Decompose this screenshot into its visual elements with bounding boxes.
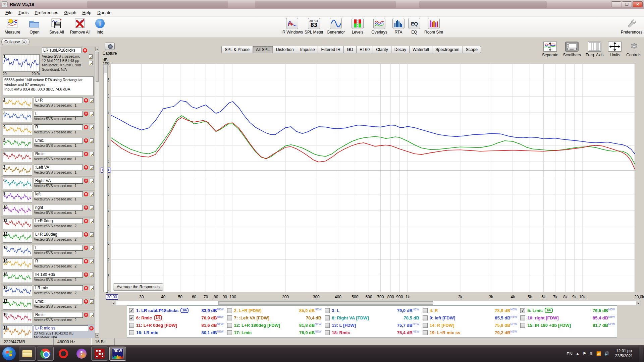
delete-measurement-icon[interactable]: ✕ [84,299,88,304]
preferences-button[interactable]: Preferences [621,18,642,35]
info-button[interactable]: i Info [93,18,107,35]
measurement-row-1[interactable]: 12020,0kLR subLP18clicks✕VecteurSVS cros… [1,47,95,96]
legend-trace-name[interactable]: 10: right [FDW] [527,315,558,320]
measurement-row-19[interactable]: 19L+R mic ss✕23 Μαϊ 2021 10:42:02 πμMic/… [1,324,95,338]
delete-measurement-icon[interactable]: ✕ [89,326,94,330]
edit-trace-icon[interactable] [90,152,94,156]
legend-trace-name[interactable]: 19: L+R mic ss [430,330,460,335]
tray-expand-icon[interactable]: ▲ [576,351,580,356]
measurement-name-field[interactable]: R [34,124,83,130]
document-tray-icon[interactable]: 🗏 [589,351,593,356]
measurement-row-10[interactable]: 10right✕VecteurSVS crossed.mc1 [1,204,95,217]
scroll-right-icon[interactable]: ► [636,301,641,305]
scroll-down-icon[interactable]: ▼ [95,333,99,338]
menu-donate[interactable]: Donate [95,9,114,16]
edit-trace-icon[interactable] [90,232,94,237]
measurement-row-7[interactable]: 7:Left VA✕VecteurSVS crossed.mc1 [1,164,95,177]
measurement-row-17[interactable]: 17Lmic✕VecteurSVS crossed.mc2 [1,298,95,311]
ir-windows-button[interactable]: IR Windows [282,18,303,35]
trace-visibility-checkbox[interactable]: ✓ [129,308,134,313]
explorer-taskbar-button[interactable] [19,347,36,361]
trace-visibility-checkbox[interactable] [129,323,134,328]
trace-visibility-checkbox[interactable] [423,308,428,313]
delete-measurement-icon[interactable]: ✕ [84,112,88,116]
trace-visibility-checkbox[interactable] [325,315,330,320]
delete-measurement-icon[interactable]: ✕ [84,259,88,263]
delete-measurement-icon[interactable]: ✕ [84,273,88,277]
freq-axis-button[interactable]: Freq. Axis [586,42,603,57]
measurement-name-field[interactable]: Lmic [34,299,83,304]
menu-graph[interactable]: Graph [61,9,79,16]
trace-visibility-checkbox[interactable] [227,330,232,335]
edit-trace-icon[interactable] [90,299,94,304]
measurement-name-field[interactable]: L+R [34,98,83,103]
measurement-row-11[interactable]: 11L+R 0deg✕VecteurSVS crossed.mc2 [1,217,95,230]
delete-measurement-icon[interactable]: ✕ [84,98,88,103]
legend-trace-name[interactable]: 17: Lmic [234,330,252,335]
menu-file[interactable]: File [3,9,15,16]
save-all-button[interactable]: Save All [46,18,67,35]
legend-trace-name[interactable]: 16: LR mic [136,330,158,335]
opera-taskbar-button[interactable] [55,347,72,361]
delete-measurement-icon[interactable]: ✕ [84,286,88,290]
tab-impulse[interactable]: Impulse [297,46,318,53]
tab-clarity[interactable]: Clarity [373,46,391,53]
edit-trace-icon[interactable] [90,286,94,290]
measurement-name-field[interactable]: Rmic [34,312,83,318]
tab-all-spl[interactable]: All SPL [253,46,273,53]
measurement-row-12[interactable]: 12L+R 180deg✕VecteurSVS crossed.mc2 [1,231,95,244]
rta-button[interactable]: RTA [391,18,406,35]
sidebar-scroll-thumb[interactable] [96,52,99,82]
trace-visibility-checkbox[interactable] [227,308,232,313]
measurement-row-16[interactable]: 16LR mic✕VecteurSVS crossed.mc2 [1,284,95,297]
measurement-name-field[interactable]: Lmic [34,138,83,143]
measurement-name-field[interactable]: L+R mic ss [34,325,88,331]
scroll-up-icon[interactable]: ▲ [95,47,99,51]
capture-button[interactable]: Capture [101,43,119,56]
measurement-notes[interactable]: 65536-point 1/48 octave RTA using Rectan… [3,76,94,96]
delete-measurement-icon[interactable]: ✕ [83,48,87,53]
smoothing-badge[interactable]: 1/6 [180,308,189,313]
tab-scope[interactable]: Scope [463,46,481,53]
tab-filtered-ir[interactable]: Filtered IR [318,46,343,53]
average-responses-button[interactable]: Average the Responses [113,283,163,291]
edit-notes-icon[interactable] [89,54,93,59]
trace-visibility-checkbox[interactable] [520,315,525,320]
tab-rt60[interactable]: RT60 [356,46,373,53]
edit-trace-icon[interactable] [90,98,94,103]
trace-visibility-checkbox[interactable] [325,330,330,335]
trace-visibility-checkbox[interactable] [129,330,134,335]
edit-trace-icon[interactable] [90,138,94,143]
measurement-row-5[interactable]: 5Lmic✕VecteurSVS crossed.mc1 [1,137,95,150]
scroll-left-icon[interactable]: ◄ [111,301,116,305]
minimize-button[interactable]: — [611,1,621,7]
network-icon[interactable]: 📶 [596,351,601,356]
trace-visibility-checkbox[interactable] [423,330,428,335]
delete-measurement-icon[interactable]: ✕ [84,165,88,170]
measurement-row-9[interactable]: 9left✕VecteurSVS crossed.mc1 [1,190,95,203]
legend-trace-name[interactable]: 18: Rmic [332,330,350,335]
menu-tools[interactable]: Tools [16,9,31,16]
edit-trace-icon[interactable] [90,179,94,183]
graph-vertical-scrollbar[interactable] [103,64,108,292]
legend-trace-name[interactable]: 12: L+R 180deg [FDW] [234,323,280,328]
spl-chart[interactable] [111,64,635,292]
tab-waterfall[interactable]: Waterfall [409,46,432,53]
edit-trace-icon[interactable] [89,61,93,65]
graph-horizontal-scrollbar[interactable]: ◄ ► [111,301,641,305]
edit-trace-icon[interactable] [90,205,94,210]
measurement-name-field[interactable]: L [34,111,83,117]
measurement-row-2[interactable]: 2L+R✕VecteurSVS crossed.mc1 [1,97,95,110]
edit-trace-icon[interactable] [90,273,94,277]
legend-trace-name[interactable]: 14: R [FDW] [430,323,454,328]
red-app-taskbar-button[interactable] [91,347,108,361]
spl-meter-button[interactable]: dB SPL 83 SPL Meter [304,18,324,35]
delete-measurement-icon[interactable]: ✕ [84,138,88,143]
measurement-row-14[interactable]: 14R✕VecteurSVS crossed.mc2 [1,257,95,270]
delete-measurement-icon[interactable]: ✕ [84,313,88,317]
measurement-row-4[interactable]: 4R✕VecteurSVS crossed.mc1 [1,123,95,136]
measurement-name-field[interactable]: IR 180 +db [34,272,83,278]
measurement-row-18[interactable]: 18Rmic✕VecteurSVS crossed.mc2 [1,311,95,324]
edit-trace-icon[interactable] [90,125,94,129]
delete-measurement-icon[interactable]: ✕ [84,219,88,223]
